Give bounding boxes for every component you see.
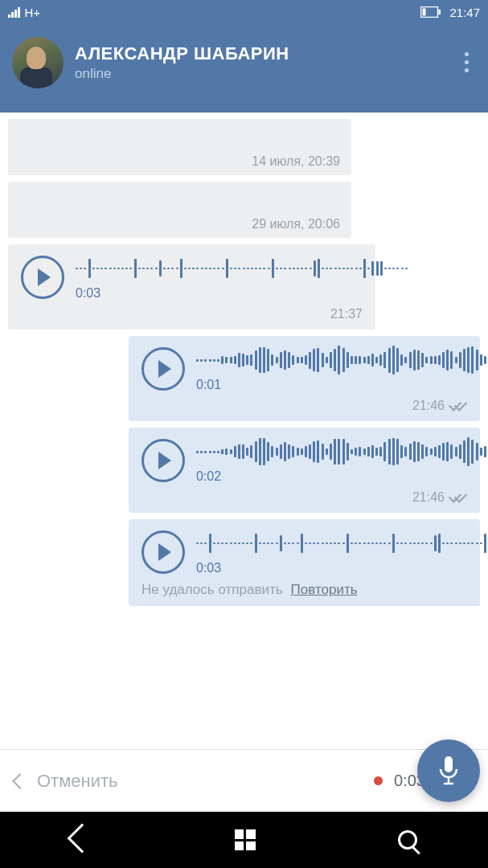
retry-send-button[interactable]: Повторить	[291, 582, 358, 598]
waveform	[196, 437, 488, 466]
message-bubble-incoming[interactable]: 29 июля, 20:06	[8, 182, 351, 238]
waveform	[196, 346, 488, 375]
play-button[interactable]	[21, 256, 64, 299]
contact-status: online	[75, 66, 457, 82]
play-button[interactable]	[141, 530, 185, 574]
signal-icon	[8, 6, 20, 18]
chevron-left-icon	[12, 773, 28, 789]
message-timestamp: 21:46	[412, 399, 445, 413]
play-button[interactable]	[141, 347, 185, 391]
clock: 21:47	[449, 6, 480, 19]
voice-message-outgoing[interactable]: 0:0221:46	[129, 428, 480, 513]
contact-name: АЛЕКСАНДР ШАБАРИН	[75, 43, 457, 64]
voice-message-outgoing[interactable]: 0:03Не удалось отправитьПовторить	[129, 519, 480, 606]
read-receipt-icon	[449, 492, 467, 503]
nav-search-button[interactable]	[398, 830, 417, 850]
mic-button[interactable]	[417, 739, 480, 802]
svg-rect-2	[439, 10, 441, 14]
voice-duration: 0:01	[196, 378, 488, 392]
waveform	[196, 529, 488, 558]
mic-icon	[437, 755, 461, 787]
voice-duration: 0:03	[196, 561, 488, 575]
recording-indicator-icon	[374, 776, 383, 785]
message-timestamp: 21:37	[330, 307, 363, 321]
play-button[interactable]	[141, 439, 185, 482]
waveform	[76, 254, 408, 283]
send-error-text: Не удалось отправить	[141, 582, 283, 598]
message-timestamp: 21:46	[412, 490, 445, 505]
message-timestamp: 14 июля, 20:39	[252, 154, 340, 169]
more-options-button[interactable]	[457, 52, 476, 72]
network-label: H+	[25, 6, 41, 19]
voice-message-outgoing[interactable]: 0:0121:46	[129, 336, 480, 421]
svg-rect-1	[423, 9, 426, 16]
chat-scroll-area[interactable]: 14 июля, 20:3929 июля, 20:060:0321:370:0…	[0, 113, 488, 751]
read-receipt-icon	[449, 400, 467, 411]
svg-rect-3	[445, 756, 453, 772]
chat-header[interactable]: АЛЕКСАНДР ШАБАРИН online	[0, 24, 488, 113]
compose-bar: Отменить 0:03	[0, 749, 488, 812]
battery-icon	[420, 6, 441, 18]
system-nav-bar	[0, 812, 488, 868]
cancel-recording-button[interactable]: Отменить	[37, 771, 118, 792]
voice-duration: 0:03	[76, 286, 408, 301]
voice-duration: 0:02	[196, 469, 488, 484]
status-bar: H+ 21:47	[0, 0, 488, 24]
voice-message-incoming[interactable]: 0:0321:37	[8, 244, 375, 330]
message-bubble-incoming[interactable]: 14 июля, 20:39	[8, 119, 351, 175]
nav-back-button[interactable]	[72, 831, 92, 849]
avatar[interactable]	[12, 37, 64, 88]
nav-start-button[interactable]	[235, 829, 256, 850]
message-timestamp: 29 июля, 20:06	[252, 217, 340, 231]
